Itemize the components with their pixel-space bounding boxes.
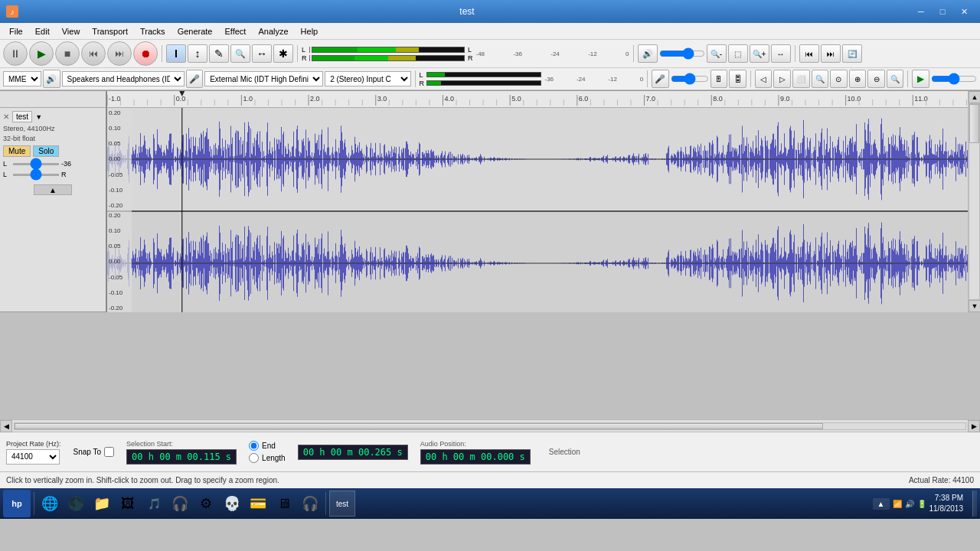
vscroll-down-button[interactable]: ▼: [969, 300, 980, 312]
menu-edit[interactable]: Edit: [29, 25, 56, 37]
amp-n005-top: -0.05: [109, 171, 130, 178]
zoom-out2-button[interactable]: ⊖: [867, 70, 885, 88]
vscroll-up-button[interactable]: ▲: [969, 91, 980, 103]
selection-start-display[interactable]: 00 h 00 m 00.115 s: [126, 449, 237, 465]
system-time[interactable]: 7:38 PM 11/8/2013: [929, 493, 970, 514]
taskbar-steam-icon[interactable]: ⚙: [194, 491, 218, 516]
collapse-track-button[interactable]: ▲: [34, 184, 72, 195]
snap-to-checkbox[interactable]: [104, 447, 114, 457]
track-close-btn[interactable]: ✕: [3, 112, 9, 121]
audio-pos-display[interactable]: 00 h 00 m 00.000 s: [420, 449, 531, 465]
timeline-ruler[interactable]: [107, 91, 968, 108]
window-controls: ─ □ ✕: [911, 4, 974, 19]
selection-end-display[interactable]: 00 h 00 m 00.265 s: [298, 445, 408, 460]
track-name-button[interactable]: test: [12, 111, 32, 122]
mixer2-icon[interactable]: 🎛: [729, 70, 746, 88]
input-channels-select[interactable]: 2 (Stereo) Input C: [325, 71, 410, 86]
pause-button[interactable]: ⏸: [3, 41, 28, 66]
taskbar-sep2: [325, 492, 326, 515]
mixer-icon[interactable]: 🎚: [710, 70, 728, 88]
track-menu-arrow[interactable]: ▼: [35, 113, 42, 121]
taskbar-explorer-icon[interactable]: 📁: [90, 491, 114, 516]
menu-file[interactable]: File: [3, 25, 29, 37]
trim-left-button[interactable]: ◁: [755, 70, 773, 88]
menu-transport[interactable]: Transport: [86, 25, 134, 37]
zoom-in-button[interactable]: 🔍+: [750, 44, 769, 63]
output-volume-slider[interactable]: [659, 47, 705, 60]
end-radio[interactable]: [249, 441, 259, 451]
silence-button[interactable]: ⬜: [792, 70, 810, 88]
loop-button[interactable]: 🔄: [842, 44, 862, 63]
maximize-button[interactable]: □: [933, 4, 952, 19]
taskbar-skull-icon[interactable]: 💀: [220, 491, 244, 516]
waveform-view[interactable]: 0.20 0.10 0.05 0.00 -0.05 -0.10 -0.20 0.…: [107, 108, 968, 312]
menu-help[interactable]: Help: [295, 25, 325, 37]
selection-tool-button[interactable]: I: [166, 44, 186, 63]
minimize-button[interactable]: ─: [911, 4, 931, 19]
skip-end-button[interactable]: ⏭: [821, 44, 841, 63]
audio-pos-label: Audio Position:: [420, 440, 531, 448]
stop-button[interactable]: ■: [55, 41, 80, 66]
zoom-sel-button[interactable]: ↔: [771, 44, 791, 63]
zoom-sel2-button[interactable]: ⊙: [830, 70, 848, 88]
taskbar-headphone-icon[interactable]: 🎧: [298, 491, 322, 516]
timeshift-tool-button[interactable]: ↔: [252, 44, 272, 63]
horizontal-scrollbar[interactable]: ◀ ▶: [0, 419, 980, 432]
draw-tool-button[interactable]: ✎: [209, 44, 229, 63]
audio-host-select[interactable]: MME: [3, 71, 41, 86]
hscroll-right-button[interactable]: ▶: [968, 420, 980, 432]
zoom-tool-button[interactable]: 🔍: [230, 44, 250, 63]
vscroll-thumb[interactable]: [969, 104, 979, 143]
active-task-button[interactable]: test: [329, 491, 355, 517]
zoom-out-button[interactable]: 🔍-: [707, 44, 727, 63]
taskbar-ie-icon[interactable]: 🌐: [38, 491, 62, 516]
mute-button[interactable]: Mute: [3, 145, 31, 157]
play-green-button[interactable]: ▶: [912, 70, 929, 88]
menu-effect[interactable]: Effect: [219, 25, 253, 37]
menu-generate[interactable]: Generate: [172, 25, 219, 37]
gain-slider[interactable]: [13, 163, 59, 165]
zoom-out3-button[interactable]: 🔍: [887, 70, 904, 88]
taskbar-chrome-icon[interactable]: 🌑: [64, 491, 88, 516]
trim-right-button[interactable]: ▷: [773, 70, 791, 88]
skip-start-button[interactable]: ⏮: [799, 44, 819, 63]
tray-notify[interactable]: ▲: [873, 498, 890, 510]
taskbar-media-icon[interactable]: 🎧: [168, 491, 192, 516]
output-vol-icon[interactable]: 🔊: [638, 44, 658, 63]
close-button[interactable]: ✕: [954, 4, 974, 19]
envelope-tool-button[interactable]: ↕: [188, 44, 207, 63]
taskbar-audacity-icon[interactable]: 🎵: [142, 491, 166, 516]
zoom-norm-button[interactable]: 🔍: [812, 70, 829, 88]
hscroll-track[interactable]: [14, 422, 966, 430]
taskbar-card-icon[interactable]: 💳: [246, 491, 270, 516]
solo-button[interactable]: Solo: [33, 145, 59, 157]
zoom-fit-button[interactable]: ⬚: [728, 44, 748, 63]
input-device-select[interactable]: External Mic (IDT High Defini: [204, 71, 323, 86]
next-button[interactable]: ⏭: [107, 41, 132, 66]
vu-label-L: L: [302, 46, 308, 54]
start-button[interactable]: hp: [3, 490, 31, 517]
menu-view[interactable]: View: [56, 25, 87, 37]
hscroll-left-button[interactable]: ◀: [0, 420, 12, 432]
input-volume-slider[interactable]: [671, 73, 709, 85]
output-device-select[interactable]: Speakers and Headphones (ID: [62, 71, 185, 86]
multi-tool-button[interactable]: ✱: [273, 44, 293, 63]
hscroll-thumb[interactable]: [15, 423, 823, 429]
taskbar-monitor-icon[interactable]: 🖥: [272, 491, 296, 516]
length-radio[interactable]: [249, 453, 259, 463]
zoom-in2-button[interactable]: ⊕: [849, 70, 867, 88]
pan-slider[interactable]: [13, 174, 59, 176]
input-vu-R: [426, 80, 541, 86]
tempo-slider[interactable]: [931, 73, 977, 85]
play-button[interactable]: ▶: [29, 41, 54, 66]
vertical-scrollbar[interactable]: ▲ ▼: [968, 91, 980, 312]
vscroll-track[interactable]: [969, 103, 980, 300]
record-button[interactable]: ⏺: [133, 41, 158, 66]
amp-0.05-bot: 0.05: [109, 243, 130, 249]
prev-button[interactable]: ⏮: [81, 41, 106, 66]
project-rate-select[interactable]: 44100: [6, 449, 60, 465]
menu-tracks[interactable]: Tracks: [134, 25, 172, 37]
show-desktop-button[interactable]: [972, 491, 977, 517]
taskbar-paint-icon[interactable]: 🖼: [116, 491, 140, 516]
menu-analyze[interactable]: Analyze: [252, 25, 294, 37]
